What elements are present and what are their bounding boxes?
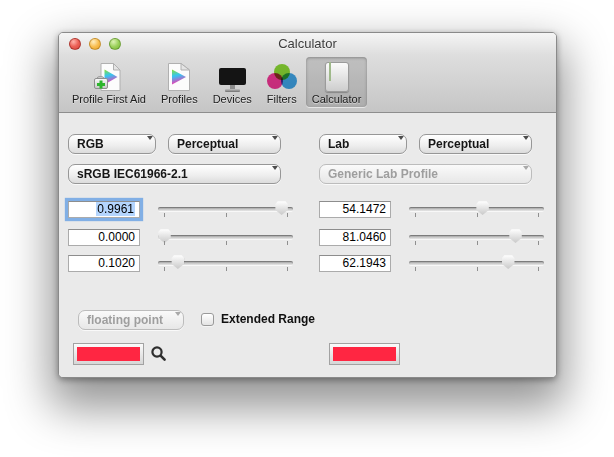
popup-value: Lab [328,137,349,151]
channel-slider[interactable] [409,228,544,246]
slider-track[interactable] [409,261,544,265]
channel-slider[interactable] [409,254,544,272]
popup-value: sRGB IEC61966-2.1 [77,167,188,181]
destination-colorspace-popup[interactable]: Lab [319,134,407,154]
profiles-doc-icon [167,59,191,92]
popup-value: Perceptual [428,137,489,151]
swatch-color [77,347,140,361]
close-icon[interactable] [69,38,81,50]
toolbar-item-devices[interactable]: Devices [207,57,258,107]
toolbar-label: Profiles [161,93,198,105]
minimize-icon[interactable] [89,38,101,50]
popup-stepper-icon [266,170,274,184]
channel-value-field[interactable]: 54.1472 [319,201,391,218]
destination-profile-popup: Generic Lab Profile [319,164,532,184]
slider-thumb[interactable] [171,255,184,269]
zoom-icon[interactable] [109,38,121,50]
toolbar: Profile First Aid Profile [59,55,556,107]
source-intent-popup[interactable]: Perceptual [168,134,281,154]
popup-stepper-icon [141,140,149,154]
toolbar-label: Profile First Aid [72,93,146,105]
source-colorspace-popup[interactable]: RGB [68,134,156,154]
destination-color-swatch [329,343,400,365]
toolbar-item-profiles[interactable]: Profiles [155,57,204,107]
slider-track[interactable] [158,235,293,239]
slider-track[interactable] [158,207,293,211]
channel-value-field[interactable]: 62.1943 [319,255,391,272]
destination-intent-popup[interactable]: Perceptual [419,134,532,154]
channel-value-field[interactable]: 81.0460 [319,229,391,246]
filters-circles-icon [267,59,297,92]
selected-text: 0.9961 [96,202,135,216]
colorsync-calculator-window: Calculator [58,32,557,378]
titlebar[interactable]: Calculator [59,33,556,55]
popup-stepper-icon [266,140,274,154]
window-title: Calculator [59,33,556,55]
channel-slider[interactable] [158,254,293,272]
extended-range-checkbox[interactable] [201,313,214,326]
popup-stepper-icon [517,140,525,154]
swatch-color [333,347,396,361]
popup-stepper-icon [392,140,400,154]
popup-value: Perceptual [177,137,238,151]
source-color-swatch [73,343,144,365]
window-header: Calculator [59,33,556,113]
profile-first-aid-icon [93,59,125,92]
slider-thumb[interactable] [502,255,515,269]
channel-value-field[interactable]: 0.9961 [68,201,140,218]
toolbar-label: Devices [213,93,252,105]
slider-thumb[interactable] [476,201,489,215]
slider-thumb[interactable] [509,229,522,243]
magnifier-icon[interactable] [150,345,167,362]
popup-value: floating point [87,313,163,327]
toolbar-label: Filters [267,93,297,105]
toolbar-item-calculator[interactable]: Calculator [306,57,368,107]
toolbar-item-filters[interactable]: Filters [261,57,303,107]
channel-value-field[interactable]: 0.1020 [68,255,140,272]
channel-slider[interactable] [158,200,293,218]
popup-stepper-icon [169,316,177,330]
toolbar-label: Calculator [312,93,362,105]
extended-range-label: Extended Range [221,312,315,326]
channel-slider[interactable] [409,200,544,218]
destination-column: Lab Perceptual Generic Lab Profile 54.14… [319,113,546,377]
slider-track[interactable] [409,235,544,239]
popup-stepper-icon [517,170,525,184]
toolbar-item-profile-first-aid[interactable]: Profile First Aid [66,57,152,107]
traffic-lights [69,38,121,50]
channel-value-field[interactable]: 0.0000 [68,229,140,246]
calculator-pane: RGB Perceptual sRGB IEC61966-2.1 0.9961 … [59,113,556,377]
number-format-popup: floating point [78,310,184,330]
popup-value: RGB [77,137,104,151]
popup-value: Generic Lab Profile [328,167,438,181]
source-column: RGB Perceptual sRGB IEC61966-2.1 0.9961 … [68,113,295,377]
calculator-icon [325,59,349,92]
channel-slider[interactable] [158,228,293,246]
source-profile-popup[interactable]: sRGB IEC61966-2.1 [68,164,281,184]
devices-display-icon [219,59,246,92]
